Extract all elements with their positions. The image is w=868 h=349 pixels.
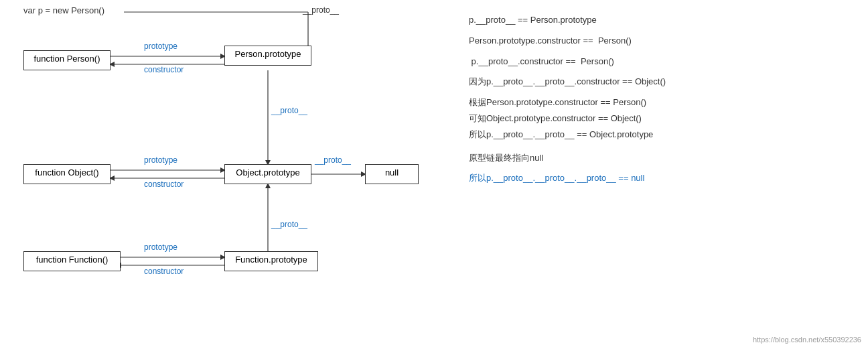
proto-top-label: __proto__	[303, 5, 339, 15]
null-box: null	[365, 164, 419, 184]
arrow-label-constructor-3: constructor	[144, 267, 184, 276]
arrow-label-prototype-3: prototype	[144, 242, 177, 252]
info-line-8: 原型链最终指向null	[469, 151, 844, 165]
top-label: var p = new Person()	[23, 5, 104, 15]
arrow-label-proto-2: __proto__	[315, 155, 351, 165]
person-prototype-box: Person.prototype	[224, 46, 311, 66]
info-line-1: p.__proto__ == Person.prototype	[469, 13, 844, 27]
info-line-3: p.__proto__.constructor == Person()	[469, 55, 844, 69]
info-line-6: 可知Object.prototype.constructor == Object…	[469, 112, 844, 126]
info-line-7: 所以p.__proto__.__proto__ == Object.protot…	[469, 128, 844, 142]
arrow-label-constructor-2: constructor	[144, 180, 184, 189]
function-prototype-box: Function.prototype	[224, 251, 318, 271]
function-object-box: function Object()	[23, 164, 111, 184]
info-line-4: 因为p.__proto__.__proto__.constructor == O…	[469, 75, 844, 89]
arrow-label-prototype-1: prototype	[144, 42, 177, 51]
info-line-2: Person.prototype.constructor == Person()	[469, 34, 844, 48]
arrow-label-proto-3: __proto__	[271, 220, 307, 229]
info-line-5: 根据Person.prototype.constructor == Person…	[469, 96, 844, 110]
arrow-label-proto-1: __proto__	[271, 106, 307, 115]
watermark: https://blog.csdn.net/x550392236	[753, 336, 861, 344]
arrow-label-prototype-2: prototype	[144, 155, 177, 165]
arrow-label-constructor-1: constructor	[144, 65, 184, 74]
diagram-area: var p = new Person() __proto__ function …	[0, 0, 455, 349]
info-line-9: 所以p.__proto__.__proto__.__proto__ == nul…	[469, 171, 844, 186]
function-function-box: function Function()	[23, 251, 121, 271]
function-person-box: function Person()	[23, 50, 111, 70]
info-area: p.__proto__ == Person.prototype Person.p…	[469, 13, 844, 192]
object-prototype-box: Object.prototype	[224, 164, 311, 184]
